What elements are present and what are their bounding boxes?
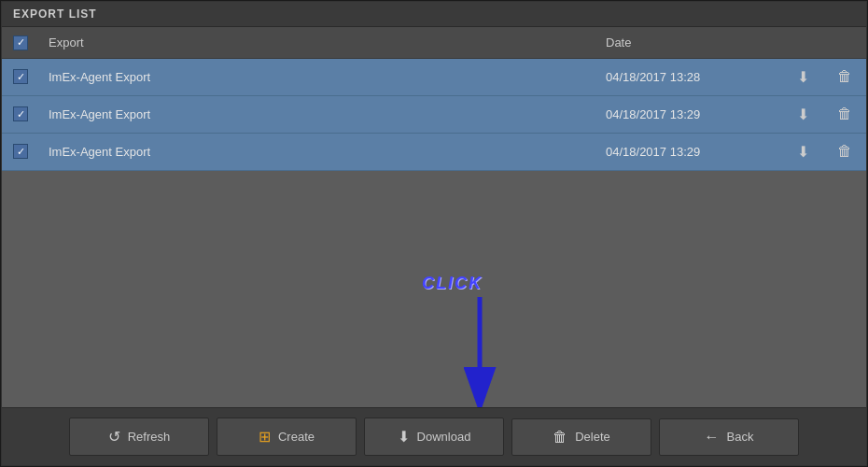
row-checkbox-1[interactable]: ✓ [2, 95, 39, 133]
row-name-0: ImEx-Agent Export [39, 58, 596, 95]
checkbox-1[interactable]: ✓ [13, 106, 28, 121]
row-download-0[interactable]: ⬇ [783, 58, 823, 95]
table-row: ✓ ImEx-Agent Export 04/18/2017 13:29 ⬇ 🗑 [2, 133, 866, 170]
app-window: EXPORT LIST ✓ Export Date ✓ ImEx-Ag [1, 1, 867, 466]
refresh-label: Refresh [128, 430, 171, 444]
back-button[interactable]: ← Back [659, 418, 799, 456]
row-checkbox-0[interactable]: ✓ [2, 58, 39, 95]
row-delete-btn-2[interactable]: 🗑 [833, 141, 857, 162]
download-label: Download [417, 430, 471, 444]
col-date: Date [596, 27, 783, 58]
create-label: Create [278, 430, 315, 444]
row-name-1: ImEx-Agent Export [39, 95, 596, 133]
toolbar: ↺ Refresh ⊞ Create ⬇ Download 🗑 Delete ←… [2, 407, 866, 465]
arrow-annotation [452, 297, 508, 408]
col-download-header [783, 27, 823, 58]
row-download-btn-2[interactable]: ⬇ [792, 141, 814, 163]
row-delete-0[interactable]: 🗑 [823, 58, 866, 95]
table-row: ✓ ImEx-Agent Export 04/18/2017 13:28 ⬇ 🗑 [2, 58, 866, 95]
click-annotation: CLICK [422, 274, 483, 293]
delete-icon: 🗑 [553, 429, 567, 446]
refresh-icon: ↺ [108, 428, 120, 446]
refresh-button[interactable]: ↺ Refresh [69, 417, 209, 456]
row-checkbox-2[interactable]: ✓ [2, 133, 39, 170]
row-delete-2[interactable]: 🗑 [823, 133, 866, 170]
back-label: Back [727, 430, 754, 444]
checkbox-0[interactable]: ✓ [13, 69, 28, 84]
row-delete-btn-1[interactable]: 🗑 [833, 104, 857, 124]
table-row: ✓ ImEx-Agent Export 04/18/2017 13:29 ⬇ 🗑 [2, 95, 866, 133]
row-date-1: 04/18/2017 13:29 [596, 95, 783, 133]
create-button[interactable]: ⊞ Create [217, 417, 357, 456]
download-icon: ⬇ [398, 428, 410, 446]
delete-label: Delete [575, 430, 610, 444]
col-export: Export [39, 27, 596, 58]
page-title: EXPORT LIST [13, 7, 97, 21]
delete-button[interactable]: 🗑 Delete [511, 418, 651, 456]
row-download-btn-1[interactable]: ⬇ [792, 104, 814, 125]
row-download-2[interactable]: ⬇ [783, 133, 823, 170]
export-table: ✓ Export Date ✓ ImEx-Agent Export 04/18/… [2, 27, 866, 171]
row-download-btn-0[interactable]: ⬇ [792, 66, 814, 88]
table-container: ✓ Export Date ✓ ImEx-Agent Export 04/18/… [2, 27, 866, 218]
col-checkbox: ✓ [2, 27, 39, 58]
back-icon: ← [705, 429, 720, 446]
title-bar: EXPORT LIST [2, 2, 866, 27]
checkbox-2[interactable]: ✓ [13, 144, 28, 159]
row-delete-1[interactable]: 🗑 [823, 95, 866, 133]
row-date-2: 04/18/2017 13:29 [596, 133, 783, 170]
row-delete-btn-0[interactable]: 🗑 [833, 66, 857, 87]
annotation-area: CLICK [2, 218, 866, 408]
row-download-1[interactable]: ⬇ [783, 95, 823, 133]
header-checkbox[interactable]: ✓ [13, 35, 28, 50]
download-button[interactable]: ⬇ Download [364, 417, 504, 456]
table-header-row: ✓ Export Date [2, 27, 866, 58]
row-date-0: 04/18/2017 13:28 [596, 58, 783, 95]
col-delete-header [823, 27, 866, 58]
row-name-2: ImEx-Agent Export [39, 133, 596, 170]
create-icon: ⊞ [259, 428, 271, 446]
